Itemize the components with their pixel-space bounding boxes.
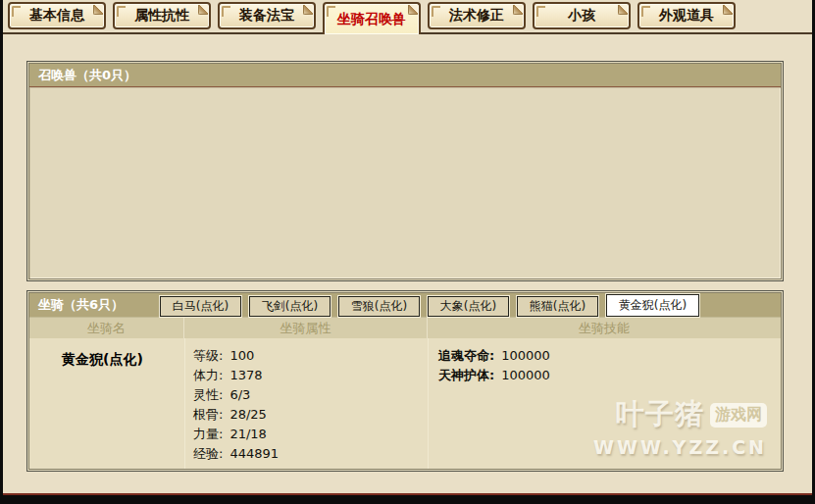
attr-value: 1378 bbox=[229, 368, 262, 382]
tab-fold-icon bbox=[93, 5, 103, 15]
tab-fold-icon bbox=[408, 5, 418, 15]
mount-tab-golden-ni[interactable]: 黄金猊(点化) bbox=[606, 294, 699, 317]
tab-corner-icon bbox=[117, 6, 126, 17]
tab-fold-icon bbox=[723, 5, 733, 15]
tab-basic-info[interactable]: 基本信息 bbox=[8, 2, 106, 29]
mount-tab-bar: 白马(点化) 飞剑(点化) 雪狼(点化) 大象(点化) 熊猫(点化) 黄金猊(点… bbox=[160, 293, 699, 317]
attr-stamina: 体力:1378 bbox=[193, 367, 279, 380]
skill-value: 100000 bbox=[501, 348, 550, 363]
tab-label: 装备法宝 bbox=[239, 7, 294, 25]
tab-fold-icon bbox=[198, 5, 208, 15]
attr-value: 21/18 bbox=[229, 427, 266, 441]
tab-label: 法术修正 bbox=[449, 7, 504, 25]
attr-value: 444891 bbox=[229, 446, 279, 461]
attr-label: 根骨: bbox=[193, 407, 223, 422]
mount-panel-frame: 坐骑（共6只） 白马(点化) 飞剑(点化) 雪狼(点化) 大象(点化) 熊猫(点… bbox=[28, 292, 782, 470]
attr-level: 等级:100 bbox=[193, 347, 279, 361]
summon-panel-frame: 召唤兽（共0只） bbox=[28, 63, 782, 279]
attr-value: 100 bbox=[229, 348, 254, 363]
mount-skill-list: 追魂夺命:100000 天神护体:100000 bbox=[438, 347, 550, 386]
mount-table-header: 坐骑名 坐骑属性 坐骑技能 bbox=[29, 317, 781, 339]
tab-label: 坐骑召唤兽 bbox=[337, 11, 406, 28]
attr-experience: 经验:444891 bbox=[193, 445, 279, 459]
tab-attribute-resist[interactable]: 属性抗性 bbox=[113, 2, 211, 29]
tab-fold-icon bbox=[303, 5, 313, 15]
mount-panel-title: 坐骑（共6只） bbox=[29, 293, 160, 317]
mount-table-body: 黄金猊(点化) 等级:100 体力:1378 灵性:6/3 根骨:28/25 bbox=[29, 338, 781, 469]
tab-fold-icon bbox=[618, 5, 628, 15]
mount-tab-white-horse[interactable]: 白马(点化) bbox=[160, 296, 241, 317]
tab-mount-summon[interactable]: 坐骑召唤兽 bbox=[323, 2, 421, 34]
attr-strength: 力量:21/18 bbox=[193, 426, 279, 439]
character-viewer-window: 基本信息 属性抗性 装备法宝 坐骑召唤兽 法术修正 小孩 bbox=[3, 0, 812, 495]
mount-tab-elephant[interactable]: 大象(点化) bbox=[428, 296, 509, 317]
tab-corner-icon bbox=[327, 6, 335, 17]
column-divider bbox=[184, 338, 185, 469]
mount-tab-flying-sword[interactable]: 飞剑(点化) bbox=[249, 296, 331, 317]
attr-value: 6/3 bbox=[229, 387, 250, 402]
attr-constitution: 根骨:28/25 bbox=[193, 406, 279, 420]
tab-corner-icon bbox=[432, 6, 440, 17]
top-tab-bar: 基本信息 属性抗性 装备法宝 坐骑召唤兽 法术修正 小孩 bbox=[8, 2, 736, 34]
attr-label: 体力: bbox=[193, 368, 223, 382]
attr-label: 等级: bbox=[193, 348, 223, 363]
tab-fold-icon bbox=[513, 5, 523, 15]
attr-spirituality: 灵性:6/3 bbox=[193, 386, 279, 400]
tab-child[interactable]: 小孩 bbox=[533, 2, 631, 29]
tab-corner-icon bbox=[641, 6, 650, 17]
tab-corner-icon bbox=[222, 6, 230, 17]
column-header-mount-skills: 坐骑技能 bbox=[428, 318, 781, 339]
attr-label: 经验: bbox=[193, 446, 223, 461]
column-header-mount-name: 坐骑名 bbox=[29, 318, 184, 339]
mount-attribute-list: 等级:100 体力:1378 灵性:6/3 根骨:28/25 力量:21/18 bbox=[193, 347, 279, 465]
skill-soul-chaser: 追魂夺命:100000 bbox=[438, 347, 550, 361]
mount-name: 黄金猊(点化) bbox=[62, 351, 143, 369]
skill-label: 天神护体: bbox=[438, 368, 494, 382]
summon-panel-title: 召唤兽（共0只） bbox=[29, 64, 781, 87]
mount-header-bar: 坐骑（共6只） 白马(点化) 飞剑(点化) 雪狼(点化) 大象(点化) 熊猫(点… bbox=[29, 293, 781, 317]
skill-label: 追魂夺命: bbox=[438, 348, 494, 363]
mount-panel: 坐骑（共6只） 白马(点化) 飞剑(点化) 雪狼(点化) 大象(点化) 熊猫(点… bbox=[26, 290, 784, 472]
tab-spell-correction[interactable]: 法术修正 bbox=[428, 2, 526, 29]
tab-label: 基本信息 bbox=[29, 7, 84, 25]
tab-label: 小孩 bbox=[568, 7, 595, 25]
summon-panel: 召唤兽（共0只） bbox=[26, 61, 784, 281]
skill-divine-protection: 天神护体:100000 bbox=[438, 367, 550, 380]
tab-corner-icon bbox=[536, 6, 545, 17]
attr-label: 力量: bbox=[193, 427, 223, 441]
attr-label: 灵性: bbox=[193, 387, 223, 402]
column-header-mount-attributes: 坐骑属性 bbox=[184, 318, 428, 339]
tab-label: 外观道具 bbox=[659, 7, 714, 25]
skill-value: 100000 bbox=[501, 368, 550, 382]
tab-appearance-items[interactable]: 外观道具 bbox=[637, 2, 736, 29]
tab-equipment[interactable]: 装备法宝 bbox=[218, 2, 316, 29]
tab-corner-icon bbox=[12, 6, 21, 17]
column-divider bbox=[428, 338, 429, 469]
mount-tab-snow-wolf[interactable]: 雪狼(点化) bbox=[338, 296, 420, 317]
tab-page-content: 召唤兽（共0只） 坐骑（共6只） 白马(点化) 飞剑(点化) 雪狼(点化) 大象… bbox=[3, 32, 812, 493]
attr-value: 28/25 bbox=[229, 407, 266, 422]
summon-empty-list bbox=[29, 87, 781, 278]
tab-label: 属性抗性 bbox=[134, 7, 189, 25]
mount-tab-panda[interactable]: 熊猫(点化) bbox=[517, 296, 598, 317]
